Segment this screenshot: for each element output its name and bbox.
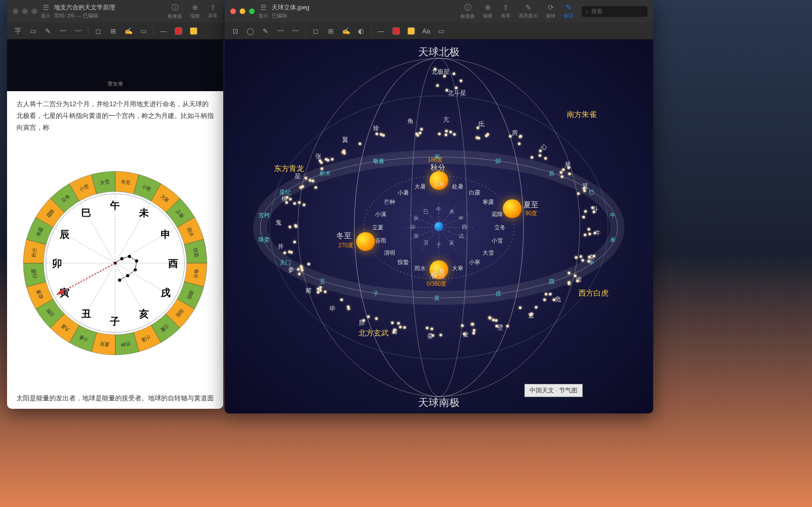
constellation-cluster — [456, 322, 484, 341]
svg-point-55 — [118, 278, 121, 281]
pen2-tool[interactable]: 〰 — [274, 25, 287, 37]
branch-子: 子 — [436, 242, 441, 249]
select-tool[interactable]: ▭ — [27, 25, 39, 37]
term-大雪: 大雪 — [483, 249, 494, 257]
svg-text:辰: 辰 — [59, 228, 70, 239]
branch-巳: 巳 — [423, 208, 429, 215]
sidebar-toggle[interactable]: ☰显示 — [41, 3, 50, 19]
branch-申: 申 — [459, 215, 464, 222]
markup-button[interactable]: ✎标记 — [564, 3, 573, 19]
border-color[interactable] — [172, 25, 185, 37]
highlight-button[interactable]: ✎高亮显示 — [519, 3, 538, 19]
term-立冬: 立冬 — [494, 224, 506, 232]
spring-deg: 0/360度 — [427, 280, 446, 288]
constellation-cluster — [437, 122, 465, 140]
constellation-cluster — [358, 312, 386, 330]
constellation-cluster — [317, 156, 345, 175]
close-button[interactable] — [230, 8, 236, 14]
adjust-tool[interactable]: ◐ — [355, 25, 367, 37]
minimize-button[interactable] — [240, 8, 245, 14]
summer-solstice-label: 夏至 — [523, 200, 539, 210]
branch-未: 未 — [449, 208, 454, 215]
term-雨水: 雨水 — [414, 265, 426, 273]
textbox2-tool[interactable]: ⊞ — [325, 25, 337, 37]
constellation-cluster — [297, 174, 326, 193]
ringmark-4: 午 — [610, 211, 616, 219]
lasso-tool[interactable]: ◯ — [244, 25, 257, 37]
share-button[interactable]: ⇧共享 — [208, 3, 218, 19]
svg-text:未: 未 — [139, 207, 149, 218]
note-tool[interactable]: ▭ — [137, 25, 149, 37]
constellation-cluster — [470, 125, 499, 144]
sign-tool[interactable]: ✍ — [122, 25, 134, 37]
paragraph-1: 古人将十二宫分为12个月，并给12个月用地支进行命名，从天球的北极看，七星的斗柄… — [7, 91, 223, 141]
fill-color[interactable] — [187, 25, 200, 37]
preview-window-document: ☰显示 地支六合的天文学原理 页码: 2/6 — 已编辑 ⓘ检查器 ⊕缩放 ⇧共… — [7, 0, 223, 409]
maximize-button[interactable] — [249, 8, 255, 14]
crop-tool[interactable]: ⊡ — [229, 25, 242, 37]
share-button-2[interactable]: ⇧共享 — [501, 3, 510, 19]
zoom-button[interactable]: ⊕缩放 — [190, 3, 200, 19]
winter-deg: 270度 — [338, 242, 353, 250]
ringmark-7: 酉 — [549, 278, 554, 286]
pen-tool[interactable]: 〰 — [57, 25, 69, 37]
west-tiger: 西方白虎 — [578, 289, 609, 298]
north-pole-label: 天球北极 — [418, 45, 460, 59]
hl2-tool[interactable]: 〰 — [289, 25, 302, 37]
term-处暑: 处暑 — [452, 183, 463, 191]
branch-酉: 酉 — [462, 224, 467, 231]
svg-text:申: 申 — [161, 228, 171, 239]
font-tool[interactable]: Aa — [420, 25, 432, 37]
shapes2-tool[interactable]: ◻ — [310, 25, 322, 37]
stroke-tool[interactable]: — — [157, 25, 170, 37]
text-tool[interactable]: 字 — [12, 25, 24, 37]
svg-text:巳: 巳 — [81, 207, 91, 218]
constellation-cluster — [529, 147, 557, 166]
window-title-2: 天球立体.jpeg 已编辑 — [272, 3, 457, 19]
search-field[interactable]: ⌕ 搜索 — [582, 6, 648, 17]
inspector-button[interactable]: ⓘ检查器 — [168, 3, 182, 20]
embedded-image-virgo — [7, 39, 223, 91]
minimize-dot[interactable] — [22, 8, 28, 14]
zoom-button-2[interactable]: ⊕缩放 — [483, 3, 492, 19]
sign2-tool[interactable]: ✍ — [340, 25, 352, 37]
ringmark-9: 亥 — [434, 294, 440, 302]
term-小雪: 小雪 — [492, 237, 503, 245]
markup-toolbar-1: 字 ▭ ✎ 〰 〰 ◻ ⊞ ✍ ▭ — — [7, 23, 223, 39]
highlight-tool[interactable]: 〰 — [72, 25, 84, 37]
term-大暑: 大暑 — [414, 183, 426, 191]
constellation-cluster — [488, 316, 516, 335]
sun-winter — [356, 232, 375, 251]
ringmark-5: 未 — [610, 236, 616, 244]
constellation-cluster — [403, 123, 431, 142]
branch-亥: 亥 — [449, 239, 454, 246]
close-dot[interactable] — [13, 8, 18, 14]
shapes-tool[interactable]: ◻ — [92, 25, 104, 37]
rotate-button[interactable]: ⟳旋转 — [546, 3, 555, 19]
ringmark-17: 敬蓄 — [373, 157, 384, 165]
alpha-tool[interactable]: ✎ — [259, 25, 272, 37]
svg-line-65 — [439, 227, 457, 250]
maximize-dot[interactable] — [31, 8, 37, 14]
branch-午: 午 — [436, 206, 441, 213]
term-立夏: 立夏 — [372, 224, 383, 232]
text-box-tool[interactable]: ⊞ — [107, 25, 119, 37]
border-color-2[interactable] — [390, 25, 402, 37]
ringmark-14: 玄枵 — [258, 211, 270, 219]
desc-tool[interactable]: ▭ — [435, 25, 447, 37]
stroke2-tool[interactable]: — — [375, 25, 387, 37]
sidebar-toggle-2[interactable]: ☰显示 — [258, 3, 268, 19]
document-content: 古人将十二宫分为12个月，并给12个月用地支进行命名，从天球的北极看，七星的斗柄… — [7, 39, 223, 409]
term-芒种: 芒种 — [384, 198, 395, 206]
constellation-cluster — [422, 324, 450, 343]
draw-tool[interactable]: ✎ — [42, 25, 54, 37]
branch-戌: 戌 — [459, 233, 464, 240]
zodiac-wheel-chart: 冬至小寒大寒立春雨水惊蛰春分清明谷雨立夏小满芒种夏至小暑大暑立秋处暑白露秋分寒露… — [16, 146, 214, 381]
constellation-cluster — [501, 134, 530, 153]
winter-solstice-label: 冬至 — [336, 231, 351, 241]
term-清明: 清明 — [384, 249, 395, 257]
constellation-cluster — [552, 164, 580, 182]
fill-color-2[interactable] — [405, 25, 417, 37]
constellation-cluster — [342, 140, 370, 159]
inspector-button-2[interactable]: ⓘ检查器 — [461, 3, 475, 20]
